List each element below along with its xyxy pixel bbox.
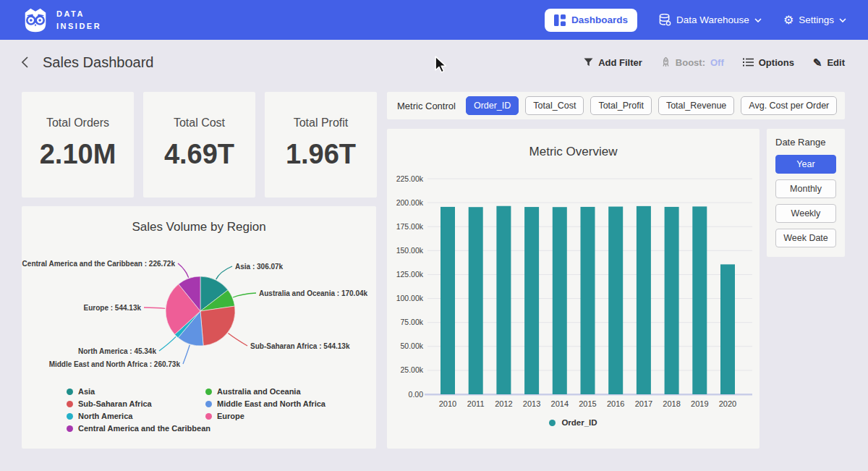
- bar-2017[interactable]: [637, 206, 651, 394]
- legend-dot: [549, 420, 556, 426]
- boost-toggle[interactable]: Boost: Off: [661, 57, 724, 68]
- pie-legend-item-sub-saharan-africa[interactable]: Sub-Saharan Africa: [67, 399, 210, 408]
- metric-chip-order-id[interactable]: Order_ID: [466, 96, 519, 115]
- metric-chip-total-revenue[interactable]: Total_Revenue: [658, 96, 734, 115]
- y-axis-tick-label: 50.00k: [400, 341, 423, 350]
- pie-callout-label: Sub-Saharan Africa : 544.13k: [250, 342, 350, 350]
- bar-2014[interactable]: [553, 207, 567, 394]
- pie-legend-column: Australia and OceaniaMiddle East and Nor…: [205, 387, 326, 420]
- edit-button[interactable]: ✎ Edit: [813, 57, 845, 68]
- bar-2016[interactable]: [608, 207, 623, 394]
- date-range-label: Date Range: [775, 137, 836, 148]
- filter-funnel-icon: [584, 58, 593, 67]
- pie-legend-item-north-america[interactable]: North America: [67, 412, 210, 420]
- metric-chip-avg-cost-per-order[interactable]: Avg. Cost per Order: [741, 96, 837, 115]
- legend-dot: [67, 413, 73, 420]
- kpi-label: Total Cost: [143, 116, 255, 130]
- rocket-icon: [661, 57, 671, 67]
- pie-slice-sub-saharan-africa[interactable]: [200, 306, 235, 346]
- x-axis-tick-label: 2019: [691, 399, 708, 408]
- legend-dot: [205, 401, 212, 407]
- date-range-options: YearMonthlyWeeklyWeek Date: [775, 155, 836, 247]
- y-axis-tick-label: 175.00k: [396, 222, 424, 231]
- pie-leader-line: [183, 345, 190, 364]
- legend-label: North America: [78, 412, 132, 420]
- bar-2020[interactable]: [720, 264, 735, 394]
- bar-chart[interactable]: 225.00k200.00k175.00k150.00k125.00k100.0…: [387, 129, 760, 449]
- bar-2011[interactable]: [469, 207, 483, 394]
- x-axis-tick-label: 2020: [719, 399, 736, 408]
- date-range-year[interactable]: Year: [775, 155, 836, 174]
- chevron-down-icon: [839, 18, 846, 22]
- pencil-icon: ✎: [813, 57, 822, 68]
- x-axis-tick-label: 2013: [523, 399, 540, 408]
- kpi-card-total-orders: Total Orders 2.10M: [22, 92, 134, 198]
- navbar-menu: Dashboards Data Warehouse ⚙ Settings: [545, 9, 846, 32]
- back-button[interactable]: [20, 56, 30, 69]
- legend-label: Europe: [217, 412, 244, 420]
- x-axis-tick-label: 2017: [635, 399, 652, 408]
- settings-label: Settings: [799, 14, 834, 25]
- pie-callout-label: Asia : 306.07k: [235, 263, 284, 271]
- date-range-weekly[interactable]: Weekly: [775, 204, 836, 223]
- pie-legend-item-central-america-and-the-caribbean[interactable]: Central America and the Caribbean: [67, 424, 210, 433]
- y-axis-tick-label: 75.00k: [400, 318, 423, 326]
- legend-dot: [67, 389, 73, 395]
- pie-callout-label: Middle East and North Africa : 260.73k: [49, 360, 181, 368]
- bar-chart-legend: Order_ID: [387, 418, 760, 427]
- bar-2015[interactable]: [581, 207, 595, 394]
- x-axis-tick-label: 2012: [495, 399, 512, 408]
- date-range-week-date[interactable]: Week Date: [775, 229, 836, 247]
- legend-dot: [67, 401, 73, 407]
- pie-leader-line: [228, 334, 247, 347]
- database-icon: [659, 14, 671, 26]
- pie-legend-item-middle-east-and-north-africa[interactable]: Middle East and North Africa: [205, 399, 326, 408]
- brand-logo[interactable]: DATA INSIDER: [22, 7, 101, 34]
- gear-icon: ⚙: [783, 14, 793, 26]
- bar-2010[interactable]: [441, 207, 455, 394]
- x-axis-tick-label: 2014: [551, 399, 569, 408]
- data-warehouse-label: Data Warehouse: [676, 14, 749, 25]
- y-axis-tick-label: 150.00k: [396, 246, 424, 255]
- bar-2019[interactable]: [692, 206, 707, 394]
- kpi-value: 1.96T: [265, 139, 377, 170]
- legend-label: Order_ID: [561, 418, 597, 427]
- date-range-monthly[interactable]: Monthly: [775, 179, 836, 198]
- dashboard-grid-icon: [554, 14, 566, 26]
- pie-chart-card: Sales Volume by Region Asia : 306.07kAus…: [22, 206, 376, 449]
- settings-menu[interactable]: ⚙ Settings: [783, 14, 846, 26]
- y-axis-tick-label: 225.00k: [396, 174, 424, 183]
- page-title: Sales Dashboard: [43, 54, 153, 71]
- pie-legend-item-asia[interactable]: Asia: [67, 387, 210, 396]
- bar-2018[interactable]: [665, 207, 679, 394]
- x-axis-tick-label: 2016: [607, 399, 624, 408]
- options-list-icon: [743, 58, 754, 67]
- pie-legend-column: AsiaSub-Saharan AfricaNorth AmericaCentr…: [67, 387, 210, 433]
- pie-chart[interactable]: Asia : 306.07kAustralia and Oceania : 17…: [22, 239, 376, 383]
- pie-callout-label: Central America and the Caribbean : 226.…: [22, 260, 176, 268]
- pie-legend-item-europe[interactable]: Europe: [205, 412, 326, 420]
- pie-chart-title: Sales Volume by Region: [22, 206, 376, 234]
- metric-chip-total-cost[interactable]: Total_Cost: [525, 96, 584, 115]
- pie-callout-label: Europe : 544.13k: [84, 304, 142, 312]
- metric-chip-total-profit[interactable]: Total_Profit: [590, 96, 652, 115]
- bar-chart-card: Metric Overview 225.00k200.00k175.00k150…: [387, 129, 760, 449]
- header-actions: Add Filter Boost: Off Options ✎ Edit: [584, 57, 845, 68]
- add-filter-label: Add Filter: [598, 57, 642, 68]
- page-header: Sales Dashboard Add Filter Boost: Off Op: [0, 40, 868, 85]
- legend-label: Central America and the Caribbean: [78, 424, 210, 433]
- options-button[interactable]: Options: [743, 57, 794, 68]
- dashboards-button[interactable]: Dashboards: [545, 9, 637, 32]
- pie-leader-line: [216, 266, 232, 279]
- legend-dot: [205, 413, 212, 420]
- data-warehouse-menu[interactable]: Data Warehouse: [659, 14, 762, 26]
- bar-2013[interactable]: [524, 207, 539, 394]
- kpi-label: Total Orders: [22, 116, 134, 130]
- add-filter-button[interactable]: Add Filter: [584, 57, 642, 68]
- x-axis-tick-label: 2018: [663, 399, 680, 408]
- y-axis-tick-label: 125.00k: [396, 270, 424, 279]
- pie-legend-item-australia-and-oceania[interactable]: Australia and Oceania: [205, 387, 326, 396]
- boost-state: Off: [710, 57, 724, 68]
- pie-leader-line: [159, 336, 176, 351]
- bar-2012[interactable]: [496, 206, 511, 394]
